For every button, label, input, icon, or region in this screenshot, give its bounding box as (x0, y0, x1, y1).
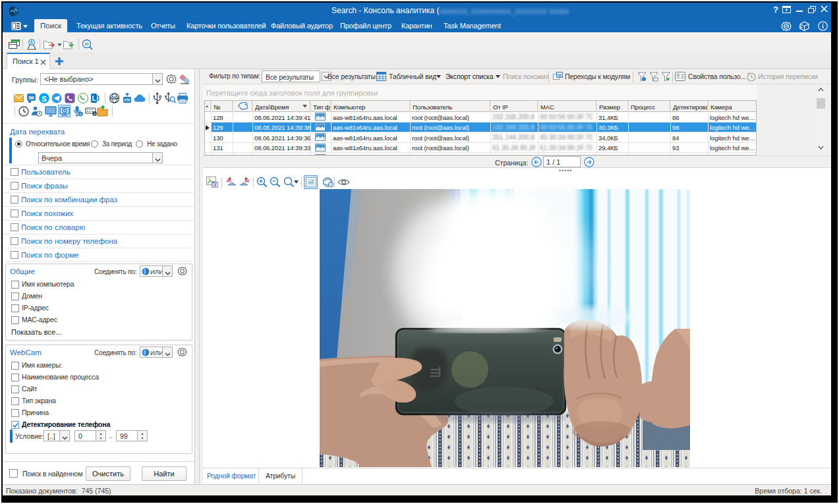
svg-text:IM: IM (29, 96, 34, 100)
svg-text:API: API (784, 25, 788, 28)
svg-text:S: S (42, 95, 47, 103)
svg-text:FTP: FTP (125, 99, 130, 102)
svg-text:HTTP: HTTP (111, 97, 118, 99)
svg-text:ID: ID (85, 42, 90, 46)
svg-text:L: L (92, 95, 96, 102)
